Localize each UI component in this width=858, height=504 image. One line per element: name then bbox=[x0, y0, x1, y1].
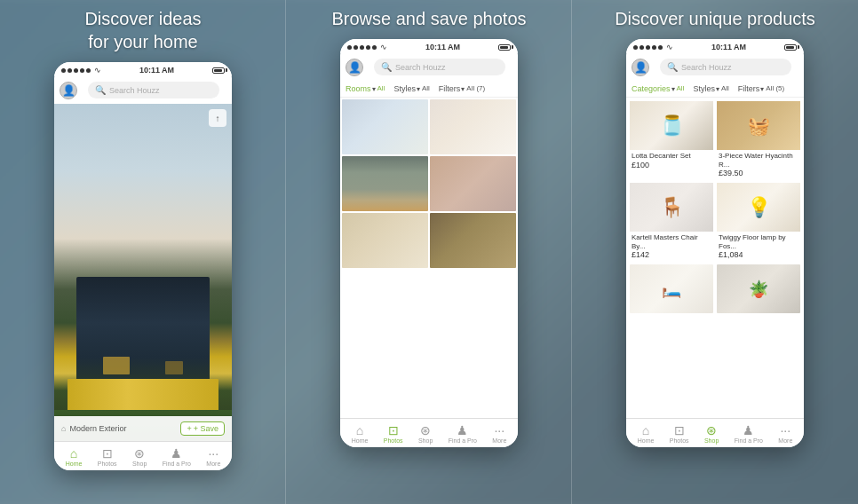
nav-findpro-2[interactable]: ♟ Find a Pro bbox=[449, 424, 477, 444]
product-card-chair[interactable]: 🪑 Kartell Masters Chair By... £142 bbox=[630, 183, 713, 261]
signal-dots-3: ∿ bbox=[633, 43, 673, 51]
caption-text-1: Modern Exterior bbox=[69, 424, 126, 433]
product-img-basket: 🧺 bbox=[717, 101, 800, 150]
nav-findpro-3[interactable]: ♟ Find a Pro bbox=[735, 424, 763, 444]
bottom-nav-3: ⌂ Home ⊡ Photos ⊛ Shop ♟ Find a Pro ··· bbox=[626, 418, 804, 447]
home-nav-icon-3: ⌂ bbox=[642, 424, 649, 437]
phone-1: ∿ 10:11 AM 👤 🔍 Search Houzz bbox=[54, 62, 232, 470]
nav-shop-2[interactable]: ⊛ Shop bbox=[418, 424, 433, 444]
shop-nav-icon-3: ⊛ bbox=[706, 424, 717, 437]
nav-home-2[interactable]: ⌂ Home bbox=[352, 424, 369, 444]
nav-findpro-label-3: Find a Pro bbox=[735, 437, 763, 444]
findpro-nav-icon-2: ♟ bbox=[457, 424, 468, 437]
nav-more-label-3: More bbox=[778, 437, 792, 444]
nav-more-1[interactable]: ··· More bbox=[206, 447, 220, 467]
caption-bar-1: ⌂ Modern Exterior + + Save bbox=[54, 416, 232, 441]
filter-styles-3[interactable]: Styles ▾ bbox=[693, 84, 719, 93]
nav-shop-3[interactable]: ⊛ Shop bbox=[704, 424, 719, 444]
nav-shop-1[interactable]: ⊛ Shop bbox=[132, 447, 147, 467]
product-img-lamp: 💡 bbox=[717, 183, 800, 232]
nav-findpro-label-2: Find a Pro bbox=[449, 437, 477, 444]
filter-filters-label-3: Filters bbox=[738, 84, 760, 93]
search-bar-3[interactable]: 🔍 Search Houzz bbox=[660, 59, 791, 75]
product-extra-row: 🛏️ 🪴 bbox=[626, 264, 804, 317]
search-placeholder-3: Search Houzz bbox=[681, 63, 732, 72]
status-bar-2: ∿ 10:11 AM bbox=[340, 39, 518, 53]
building-window bbox=[103, 357, 130, 374]
filter-filters-3[interactable]: Filters ▾ bbox=[738, 84, 765, 93]
phone-3: ∿ 10:11 AM 👤 🔍 Search Houzz Categories bbox=[626, 39, 804, 447]
nav-shop-label-1: Shop bbox=[132, 461, 147, 467]
product-extra-1[interactable]: 🛏️ bbox=[630, 264, 713, 313]
nav-more-3[interactable]: ··· More bbox=[778, 424, 792, 444]
search-bar-1[interactable]: 🔍 Search Houzz bbox=[88, 82, 219, 98]
nav-photos-label-2: Photos bbox=[384, 437, 403, 444]
filter-styles-sub-3: All bbox=[721, 84, 729, 93]
nav-shop-label-2: Shop bbox=[418, 437, 433, 444]
nav-home-3[interactable]: ⌂ Home bbox=[638, 424, 655, 444]
product-card-decanter[interactable]: 🫙 Lotta Decanter Set £100 bbox=[630, 101, 713, 179]
shop-nav-icon-1: ⊛ bbox=[134, 447, 145, 460]
product-card-basket[interactable]: 🧺 3-Piece Water Hyacinth R... £39.50 bbox=[717, 101, 800, 179]
search-icon-1: 🔍 bbox=[95, 85, 106, 95]
save-button-1[interactable]: + + Save bbox=[180, 421, 225, 436]
product-price-decanter: £100 bbox=[630, 161, 713, 171]
more-nav-icon-3: ··· bbox=[780, 424, 790, 437]
product-card-lamp[interactable]: 💡 Twiggy Floor lamp by Fos... £1,084 bbox=[717, 183, 800, 261]
nav-more-2[interactable]: ··· More bbox=[492, 424, 506, 444]
search-placeholder-1: Search Houzz bbox=[109, 86, 160, 95]
photo-cell-4[interactable] bbox=[430, 156, 516, 211]
panel-1-heading: Discover ideas for your home bbox=[84, 7, 201, 53]
filter-styles-sub: All bbox=[422, 84, 430, 93]
photo-cell-6[interactable] bbox=[430, 213, 516, 268]
nav-photos-label-3: Photos bbox=[670, 437, 689, 444]
product-price-chair: £142 bbox=[630, 250, 713, 261]
product-extra-2[interactable]: 🪴 bbox=[717, 264, 800, 313]
search-bar-2[interactable]: 🔍 Search Houzz bbox=[374, 59, 505, 75]
filter-rooms-sub: All bbox=[377, 84, 385, 93]
filter-categories[interactable]: Categories ▾ bbox=[632, 84, 675, 93]
filter-filters-chevron: ▾ bbox=[461, 85, 465, 93]
filter-filters-label: Filters bbox=[439, 84, 461, 93]
avatar-2: 👤 bbox=[346, 59, 363, 76]
wifi-icon-3: ∿ bbox=[666, 43, 673, 51]
photo-cell-2[interactable] bbox=[430, 99, 516, 154]
nav-home-label-2: Home bbox=[352, 437, 369, 444]
building-window-2 bbox=[165, 361, 183, 374]
garage-section bbox=[68, 379, 218, 414]
photo-cell-5[interactable] bbox=[342, 213, 428, 268]
photo-cell-1[interactable] bbox=[342, 99, 428, 154]
wifi-icon-2: ∿ bbox=[380, 43, 387, 51]
wifi-icon-1: ∿ bbox=[94, 66, 101, 75]
search-icon-3: 🔍 bbox=[667, 62, 678, 72]
product-img-decanter: 🫙 bbox=[630, 101, 713, 150]
filter-filters-chevron-3: ▾ bbox=[760, 85, 764, 93]
nav-home-1[interactable]: ⌂ Home bbox=[66, 447, 83, 467]
search-placeholder-2: Search Houzz bbox=[395, 63, 446, 72]
signal-dots-2: ∿ bbox=[347, 43, 387, 51]
filter-filters[interactable]: Filters ▾ bbox=[439, 84, 465, 93]
filter-styles-chevron-3: ▾ bbox=[716, 85, 719, 93]
home-nav-icon-1: ⌂ bbox=[70, 447, 77, 460]
nav-shop-label-3: Shop bbox=[704, 437, 719, 444]
share-button-1[interactable]: ↑ bbox=[209, 109, 226, 127]
product-grid-3: 🫙 Lotta Decanter Set £100 🧺 3-Piece Wate… bbox=[626, 98, 804, 264]
filter-styles[interactable]: Styles ▾ bbox=[393, 84, 420, 93]
search-row-3: 👤 🔍 Search Houzz bbox=[626, 53, 804, 81]
nav-photos-3[interactable]: ⊡ Photos bbox=[670, 424, 689, 444]
hero-image-container: ↑ ⌂ Modern Exterior + + Save bbox=[54, 104, 232, 441]
panel-1: Discover ideas for your home ∿ 10:11 AM bbox=[0, 0, 286, 504]
nav-photos-label-1: Photos bbox=[98, 461, 117, 467]
battery-2 bbox=[498, 44, 511, 51]
filter-categories-label: Categories bbox=[632, 84, 671, 93]
photo-grid-2 bbox=[340, 98, 518, 270]
time-2: 10:11 AM bbox=[425, 43, 460, 51]
save-label-1: + Save bbox=[194, 424, 218, 433]
photo-cell-3[interactable] bbox=[342, 156, 428, 211]
shop-nav-icon-2: ⊛ bbox=[420, 424, 431, 437]
filter-rooms[interactable]: Rooms ▾ bbox=[346, 84, 376, 93]
avatar-3: 👤 bbox=[632, 59, 649, 76]
nav-findpro-1[interactable]: ♟ Find a Pro bbox=[163, 447, 191, 467]
nav-photos-1[interactable]: ⊡ Photos bbox=[98, 447, 117, 467]
nav-photos-2[interactable]: ⊡ Photos bbox=[384, 424, 403, 444]
